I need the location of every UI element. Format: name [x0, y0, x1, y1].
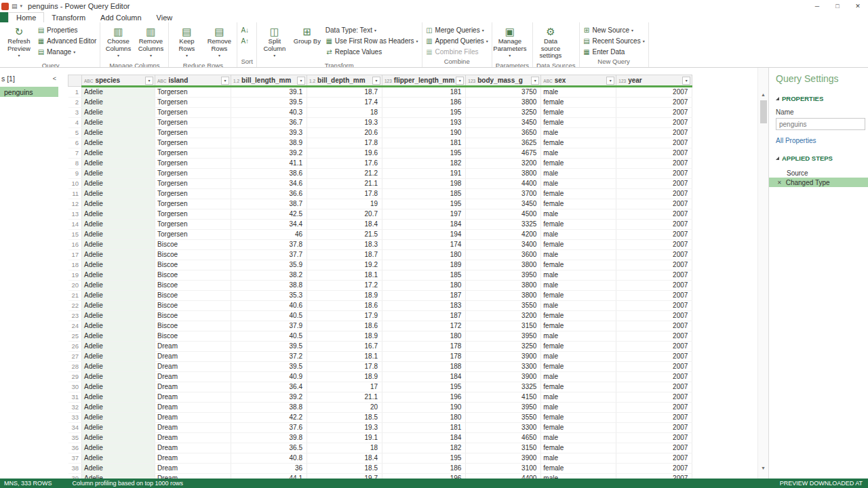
column-header-flipper-length-mm[interactable]: 123flipper_length_mm▾ [382, 75, 466, 87]
scrollbar-thumb[interactable] [760, 100, 767, 123]
filter-button[interactable]: ▾ [531, 77, 539, 85]
column-header-bill-length-mm[interactable]: 1.2bill_length_mm▾ [231, 75, 307, 87]
profiling-status[interactable]: Column profiling based on top 1000 rows [73, 480, 184, 487]
combine-files-button[interactable]: ▦Combine Files [425, 47, 490, 57]
row-number: 34 [68, 423, 82, 433]
cell: 194 [382, 230, 466, 240]
cell: 3900 [466, 372, 541, 382]
merge-queries-button[interactable]: ◫Merge Queries▾ [425, 25, 490, 35]
cell: Torgersen [155, 169, 231, 179]
keep-rows-button[interactable]: ▤Keep Rows▾ [171, 24, 202, 61]
cell: Biscoe [155, 270, 231, 281]
cell: Dream [155, 474, 231, 479]
maximize-button[interactable]: □ [827, 0, 848, 12]
sort-ascending-button[interactable]: A↓ [239, 25, 250, 35]
cell: 3300 [466, 423, 541, 433]
tab-file[interactable]: File [0, 12, 8, 22]
cell: Biscoe [155, 301, 231, 311]
new-source-button[interactable]: ⊞New Source▾ [582, 25, 646, 35]
group-by-button[interactable]: ⊞Group By [292, 24, 323, 61]
manage-button[interactable]: ▤Manage▾ [36, 47, 98, 57]
table-row: 6AdelieTorgersen38.917.81813625female200… [68, 138, 692, 148]
applied-steps-list: Source✕Changed Type [769, 168, 868, 187]
column-header-island[interactable]: ABCisland▾ [155, 75, 231, 87]
cell: 195 [382, 382, 466, 392]
query-item-penguins[interactable]: penguins [0, 87, 58, 97]
remove-rows-button[interactable]: ▤Remove Rows▾ [203, 24, 235, 61]
ribbon-group-reduce-rows: ▤Keep Rows▾▤Remove Rows▾Reduce Rows [169, 22, 237, 67]
table-row: 32AdelieDream38.8201903950male2007 [68, 403, 692, 413]
filter-button[interactable]: ▾ [221, 77, 229, 85]
qat-dropdown-icon[interactable]: ▾ [20, 3, 23, 9]
data-type-text-button[interactable]: Data Type: Text▾ [324, 25, 420, 35]
enter-data-button[interactable]: ▦Enter Data [582, 47, 646, 57]
applied-steps-section-header[interactable]: APPLIED STEPS [776, 155, 868, 162]
applied-step-changed-type[interactable]: ✕Changed Type [769, 178, 868, 187]
cell: 2007 [616, 281, 692, 291]
remove-columns-button[interactable]: ▥Remove Columns▾ [135, 24, 166, 61]
query-name-input[interactable] [776, 118, 865, 130]
append-queries-button[interactable]: ▥Append Queries▾ [425, 36, 490, 46]
cell: Adelie [82, 321, 155, 331]
properties-section-header[interactable]: PROPERTIES [776, 95, 868, 102]
cell: 37.7 [231, 250, 307, 260]
collapse-pane-icon[interactable]: < [53, 75, 56, 82]
close-button[interactable]: ✕ [848, 0, 868, 12]
filter-button[interactable]: ▾ [145, 77, 153, 85]
cell: Adelie [82, 209, 155, 220]
cell: 178 [382, 342, 466, 352]
manage-parameters-button[interactable]: ▣Manage Parameters▾ [494, 24, 526, 61]
table-row: 28AdelieDream39.517.81883300female2007 [68, 362, 692, 372]
tab-home[interactable]: Home [8, 12, 44, 22]
cell: 18.9 [307, 331, 382, 342]
sort-descending-button[interactable]: A↑ [239, 36, 250, 46]
filter-button[interactable]: ▾ [372, 77, 380, 85]
delete-step-icon[interactable]: ✕ [777, 180, 782, 186]
recent-sources-button[interactable]: ▤Recent Sources▾ [582, 36, 646, 46]
remove-columns-icon: ▥ [146, 25, 155, 38]
vertical-scrollbar[interactable]: ▲ ▼ [757, 68, 768, 479]
filter-button[interactable]: ▾ [682, 77, 690, 85]
column-header-bill-depth-mm[interactable]: 1.2bill_depth_mm▾ [307, 75, 382, 87]
table-row: 27AdelieDream37.218.11783900male2007 [68, 352, 692, 362]
row-number: 32 [68, 403, 82, 413]
all-properties-link[interactable]: All Properties [776, 137, 868, 144]
replace-values-button[interactable]: ⇄Replace Values [324, 47, 420, 57]
save-icon[interactable]: ▤ [12, 3, 18, 10]
minimize-button[interactable]: ─ [807, 0, 827, 12]
advanced-editor-button[interactable]: ▦Advanced Editor [36, 36, 98, 46]
scroll-down-icon[interactable]: ▼ [758, 466, 768, 470]
properties-button[interactable]: ▤Properties [36, 25, 98, 35]
column-header-species[interactable]: ABCspecies▾ [82, 75, 155, 87]
cell: 19.1 [307, 433, 382, 443]
table-row: 9AdelieTorgersen38.621.21913800male2007 [68, 169, 692, 179]
filter-button[interactable]: ▾ [297, 77, 305, 85]
cell: 18.4 [307, 453, 382, 464]
choose-columns-button[interactable]: ▥Choose Columns▾ [102, 24, 134, 61]
table-row: 4AdelieTorgersen36.719.31933450female200… [68, 118, 692, 128]
refresh-preview-button[interactable]: ↻Refresh Preview▾ [3, 24, 35, 61]
column-header-year[interactable]: 123year▾ [616, 75, 692, 87]
filter-button[interactable]: ▾ [606, 77, 614, 85]
use-first-row-as-headers-button[interactable]: ▦Use First Row as Headers▾ [324, 36, 420, 46]
cell: Biscoe [155, 281, 231, 291]
row-number: 11 [68, 189, 82, 199]
scroll-up-icon[interactable]: ▲ [758, 92, 768, 97]
tab-view[interactable]: View [149, 12, 180, 22]
tab-add-column[interactable]: Add Column [93, 12, 149, 22]
column-header-body-mass-g[interactable]: 123body_mass_g▾ [466, 75, 541, 87]
split-column-button[interactable]: ◫Split Column▾ [259, 24, 290, 61]
applied-step-source[interactable]: Source [769, 168, 868, 178]
cell: 39.8 [231, 433, 307, 443]
row-number: 33 [68, 413, 82, 423]
filter-button[interactable]: ▾ [456, 77, 464, 85]
cell: 18.7 [307, 87, 382, 98]
cell: Adelie [82, 443, 155, 453]
cell: Adelie [82, 118, 155, 128]
tab-transform[interactable]: Transform [44, 12, 93, 22]
data-source-settings-button[interactable]: ⚙Data source settings [535, 24, 566, 61]
cell: Dream [155, 362, 231, 372]
column-header-sex[interactable]: ABCsex▾ [541, 75, 616, 87]
ribbon-group-label: Reduce Rows [171, 61, 235, 68]
cell: 183 [382, 301, 466, 311]
